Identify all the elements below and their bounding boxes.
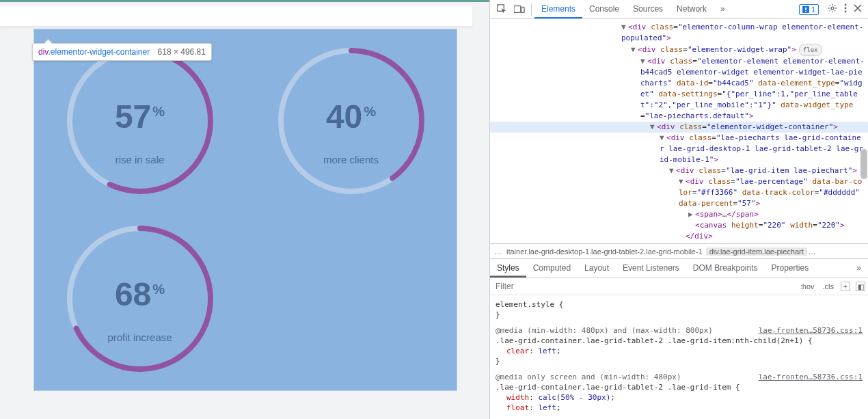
crumb-item-current[interactable]: div.lae-grid-item.lae-piechart bbox=[706, 247, 807, 256]
scrollbar-thumb[interactable] bbox=[860, 149, 867, 179]
dom-node-selected[interactable]: ▼<div class="elementor-widget-container"… bbox=[490, 122, 868, 133]
rule-source-link[interactable]: lae-fronten…58736.css:1 bbox=[759, 372, 863, 382]
piechart-label: profit increase bbox=[107, 332, 172, 343]
piechart-number: 57 bbox=[115, 100, 151, 133]
devtools-toolbar: Elements Console Sources Network » 1 bbox=[490, 0, 868, 19]
dom-html: <span>…</span> bbox=[695, 210, 759, 219]
prop-value: left bbox=[538, 347, 556, 355]
piechart-label: rise in sale bbox=[116, 154, 165, 165]
percent-sign: % bbox=[152, 282, 165, 296]
dom-html: <canvas height="220" width="220"> bbox=[695, 221, 845, 230]
prop-name: float bbox=[506, 403, 529, 412]
piechart-item: 68 % profit increase bbox=[34, 210, 245, 388]
svg-point-13 bbox=[845, 4, 847, 6]
dom-html: </div> bbox=[686, 232, 713, 241]
rule-close: } bbox=[496, 357, 500, 366]
styles-filter-input[interactable] bbox=[490, 282, 796, 291]
settings-icon[interactable] bbox=[824, 3, 841, 15]
style-rule[interactable]: lae-fronten…58736.css:1 @media (min-widt… bbox=[496, 325, 863, 366]
issues-badge[interactable]: 1 bbox=[799, 4, 819, 15]
dom-html: <div class="elementor-column-wrap elemen… bbox=[621, 23, 863, 42]
dom-node[interactable]: ▼<div class="elementor-column-wrap eleme… bbox=[490, 22, 868, 44]
svg-rect-10 bbox=[805, 8, 806, 10]
svg-point-15 bbox=[845, 11, 847, 13]
tabs-overflow[interactable]: » bbox=[714, 0, 732, 18]
colon: : bbox=[529, 393, 538, 402]
piechart-center: 57 % rise in sale bbox=[65, 46, 215, 196]
tab-dom-breakpoints[interactable]: DOM Breakpoints bbox=[686, 259, 765, 278]
tab-sources[interactable]: Sources bbox=[626, 0, 670, 18]
hov-toggle[interactable]: :hov bbox=[796, 282, 819, 290]
piechart-value: 68 % bbox=[115, 254, 165, 311]
rule-selector: .lae-grid-container.lae-grid-tablet-2 .l… bbox=[496, 383, 740, 392]
percent-sign: % bbox=[152, 105, 165, 118]
prop-name: width bbox=[506, 393, 529, 402]
new-style-rule-button[interactable]: + bbox=[841, 282, 850, 291]
computed-toggle-icon[interactable]: ◧ bbox=[856, 282, 865, 291]
rule-selector: .lae-grid-container.lae-grid-tablet-2 .l… bbox=[496, 336, 813, 345]
piechart-canvas: 68 % profit increase bbox=[65, 224, 215, 374]
device-toggle-icon[interactable] bbox=[511, 1, 528, 18]
semi: ; bbox=[556, 403, 561, 412]
piechart-number: 68 bbox=[115, 278, 151, 311]
close-icon[interactable] bbox=[850, 4, 865, 14]
style-rule[interactable]: lae-fronten…58736.css:1 @media only scre… bbox=[496, 372, 863, 413]
prop-name: clear bbox=[506, 347, 529, 355]
piechart-label: more clients bbox=[323, 154, 379, 165]
breadcrumb[interactable]: … itainer.lae-grid-desktop-1.lae-grid-ta… bbox=[490, 243, 868, 259]
dom-html: <div class="elementor-element elementor-… bbox=[640, 57, 865, 120]
dom-html: <div class="lae-grid-item lae-piechart"> bbox=[676, 166, 857, 175]
tab-layout[interactable]: Layout bbox=[578, 259, 616, 278]
svg-rect-8 bbox=[521, 7, 524, 12]
page-edge bbox=[0, 5, 472, 26]
dom-node[interactable]: <canvas height="220" width="220"> bbox=[490, 220, 868, 231]
styles-filter-row: :hov .cls + ◧ bbox=[490, 278, 868, 295]
tab-computed[interactable]: Computed bbox=[526, 259, 578, 278]
dom-node[interactable]: </div> bbox=[490, 231, 868, 242]
tab-console[interactable]: Console bbox=[582, 0, 626, 18]
tabs-overflow[interactable]: » bbox=[850, 259, 868, 278]
svg-point-12 bbox=[831, 7, 834, 10]
tab-styles[interactable]: Styles bbox=[490, 259, 526, 278]
tab-properties[interactable]: Properties bbox=[765, 259, 816, 278]
dom-node[interactable]: ▶<span>…</span> bbox=[490, 209, 868, 220]
piechart-center: 68 % profit increase bbox=[65, 224, 215, 374]
dom-node[interactable]: ▼<div class="lae-grid-item lae-piechart"… bbox=[490, 165, 868, 176]
style-rule[interactable]: element.style { } bbox=[496, 299, 863, 320]
dom-node[interactable]: ▼<div class="lae-piecharts lae-grid-cont… bbox=[490, 133, 868, 165]
styles-tabbar: Styles Computed Layout Event Listeners D… bbox=[490, 259, 868, 278]
issues-count: 1 bbox=[811, 5, 815, 14]
flex-pill[interactable]: flex bbox=[799, 44, 822, 56]
colon: : bbox=[529, 347, 538, 355]
tooltip-class: .elementor-widget-container bbox=[48, 47, 150, 57]
dom-node[interactable]: <div class="lae-label">rise in sale</div… bbox=[490, 242, 868, 243]
cls-toggle[interactable]: .cls bbox=[819, 282, 839, 290]
piechart-center: 40 % more clients bbox=[276, 46, 426, 196]
kebab-icon[interactable] bbox=[841, 3, 850, 15]
piechart-item: 40 % more clients bbox=[245, 32, 457, 210]
rule-source-link[interactable]: lae-fronten…58736.css:1 bbox=[759, 325, 863, 336]
crumb-item[interactable]: itainer.lae-grid-desktop-1.lae-grid-tabl… bbox=[503, 247, 706, 256]
crumb-ellipsis[interactable]: … bbox=[493, 247, 503, 256]
colon: : bbox=[529, 403, 538, 412]
dom-node[interactable]: ▼<div class="lae-percentage" data-bar-co… bbox=[490, 176, 868, 209]
devtools-panel: Elements Console Sources Network » 1 ▼<d… bbox=[489, 0, 868, 419]
dom-node[interactable]: ▼<div class="elementor-widget-wrap">flex bbox=[490, 44, 868, 56]
elementor-widget-container: 57 % rise in sale 40 % m bbox=[34, 29, 457, 390]
svg-rect-7 bbox=[514, 5, 521, 12]
crumb-ellipsis[interactable]: … bbox=[807, 247, 817, 256]
tab-elements[interactable]: Elements bbox=[534, 0, 582, 18]
prop-value: left bbox=[538, 403, 556, 412]
dom-node[interactable]: ▼<div class="elementor-element elementor… bbox=[490, 56, 868, 122]
styles-rules[interactable]: element.style { } lae-fronten…58736.css:… bbox=[490, 295, 868, 419]
dom-html: <div class="elementor-widget-container"> bbox=[657, 122, 838, 131]
piechart-value: 40 % bbox=[326, 77, 376, 133]
prop-value: calc(50% - 30px) bbox=[538, 393, 610, 402]
separator bbox=[531, 3, 532, 16]
rule-media: @media only screen and (min-width: 480px… bbox=[496, 373, 681, 381]
tooltip-tag: div bbox=[38, 47, 48, 57]
tab-network[interactable]: Network bbox=[670, 0, 714, 18]
dom-tree[interactable]: ▼<div class="elementor-column-wrap eleme… bbox=[490, 19, 868, 243]
inspect-icon[interactable] bbox=[493, 1, 511, 18]
tab-event-listeners[interactable]: Event Listeners bbox=[616, 259, 686, 278]
